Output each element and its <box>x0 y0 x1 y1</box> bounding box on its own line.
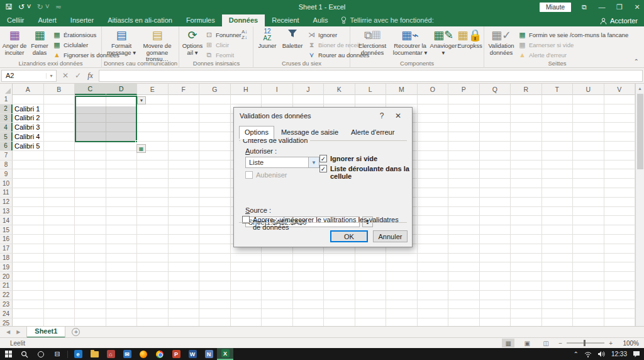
page-layout-view-icon[interactable]: ▣ <box>521 339 533 347</box>
grid-cell-E15[interactable] <box>137 225 169 234</box>
grid-cell-P15[interactable] <box>448 225 480 234</box>
grid-cell-V12[interactable] <box>604 198 636 206</box>
grid-cell-R21[interactable] <box>511 281 542 290</box>
grid-cell-P11[interactable] <box>448 188 480 197</box>
grid-cell-M20[interactable] <box>386 272 418 281</box>
grid-cell-D3[interactable] <box>106 114 138 123</box>
grid-cell-V2[interactable] <box>604 104 636 113</box>
taskbar-excel-icon[interactable]: X <box>217 348 233 360</box>
grid-cell-M19[interactable] <box>386 262 418 271</box>
name-box-dropdown-icon[interactable]: ▾ <box>46 73 56 79</box>
grid-cell-G11[interactable] <box>199 188 231 197</box>
show-hidden-icons-icon[interactable]: ⌃ <box>574 351 579 357</box>
row-header-23[interactable]: 23 <box>0 300 13 309</box>
column-header-L[interactable]: L <box>355 84 387 95</box>
grid-cell-P16[interactable] <box>448 235 480 244</box>
grid-cell-Q20[interactable] <box>480 272 511 281</box>
miaute-button[interactable]: Miaute <box>540 3 571 12</box>
allow-combobox[interactable]: Liste ▼ <box>245 157 319 168</box>
share-button[interactable]: Acctorter <box>600 17 638 25</box>
grid-cell-A7[interactable] <box>13 151 44 160</box>
grid-cell-T10[interactable] <box>542 179 574 188</box>
grid-cell-Q23[interactable] <box>480 300 511 309</box>
grid-cell-P20[interactable] <box>448 272 480 281</box>
grid-cell-D16[interactable] <box>106 235 138 244</box>
grid-cell-R23[interactable] <box>511 300 542 309</box>
grid-cell-C25[interactable] <box>75 318 106 326</box>
grid-cell-T21[interactable] <box>542 281 574 290</box>
grid-cell-A1[interactable] <box>13 95 44 104</box>
grid-cell-B18[interactable] <box>44 254 75 262</box>
grid-cell-P4[interactable] <box>448 123 480 132</box>
grid-cell-T12[interactable] <box>542 198 574 206</box>
restore-icon[interactable]: ❐ <box>615 3 624 11</box>
grid-cell-U12[interactable] <box>573 198 604 206</box>
scroll-up-icon[interactable]: ▲ <box>636 84 644 93</box>
grid-cell-A6[interactable]: Calibri 5 <box>13 142 44 150</box>
grid-cell-O18[interactable] <box>418 254 449 262</box>
grid-cell-A23[interactable] <box>13 300 44 309</box>
grid-cell-F15[interactable] <box>169 225 200 234</box>
ribbon-display-options-icon[interactable]: ⧉ <box>580 3 589 11</box>
row-header-21[interactable]: 21 <box>0 281 13 290</box>
grid-cell-T9[interactable] <box>542 169 574 178</box>
row-header-13[interactable]: 13 <box>0 207 13 216</box>
column-header-E[interactable]: E <box>137 84 169 95</box>
grid-cell-V25[interactable] <box>604 318 636 326</box>
grid-cell-B12[interactable] <box>44 198 75 206</box>
grid-cell-E8[interactable] <box>137 160 169 169</box>
apply-to-all-checkbox[interactable]: Agorre : uiméecorer le valitrations les … <box>242 216 406 231</box>
grid-cell-A22[interactable] <box>13 291 44 300</box>
volume-icon[interactable] <box>597 351 606 357</box>
grid-cell-H24[interactable] <box>231 309 262 318</box>
row-header-19[interactable]: 19 <box>0 262 13 271</box>
row-header-8[interactable]: 8 <box>0 160 13 169</box>
grid-cell-P2[interactable] <box>448 104 480 113</box>
in-cell-dropdown-checkbox[interactable]: ✓ Liste déroulante dans la cellule <box>319 165 413 180</box>
grid-cell-F2[interactable] <box>169 104 200 113</box>
grid-cell-H20[interactable] <box>231 272 262 281</box>
grid-cell-E21[interactable] <box>137 281 169 290</box>
grid-cell-O17[interactable] <box>418 244 449 253</box>
grid-cell-C21[interactable] <box>75 281 106 290</box>
grid-cell-T23[interactable] <box>542 300 574 309</box>
save-icon[interactable]: 🖫 <box>5 3 13 11</box>
minimize-icon[interactable]: — <box>597 3 606 11</box>
tab-accueil[interactable]: Autert <box>31 14 64 26</box>
grid-cell-R2[interactable] <box>511 104 542 113</box>
grid-cell-L21[interactable] <box>355 281 387 290</box>
grid-cell-O4[interactable] <box>418 123 449 132</box>
grid-cell-P3[interactable] <box>448 114 480 123</box>
grid-cell-C11[interactable] <box>75 188 106 197</box>
grid-cell-O15[interactable] <box>418 225 449 234</box>
grid-cell-F10[interactable] <box>169 179 200 188</box>
grid-cell-G25[interactable] <box>199 318 231 326</box>
grid-cell-F5[interactable] <box>169 132 200 141</box>
grid-cell-U23[interactable] <box>573 300 604 309</box>
grid-cell-G21[interactable] <box>199 281 231 290</box>
grid-cell-O20[interactable] <box>418 272 449 281</box>
grid-cell-A13[interactable] <box>13 207 44 216</box>
grid-cell-E11[interactable] <box>137 188 169 197</box>
sheet-tab-sheet1[interactable]: Sheet1 <box>26 327 65 338</box>
grid-cell-T24[interactable] <box>542 309 574 318</box>
grid-cell-H21[interactable] <box>231 281 262 290</box>
grid-cell-B15[interactable] <box>44 225 75 234</box>
grid-cell-O22[interactable] <box>418 291 449 300</box>
grid-cell-L18[interactable] <box>355 254 387 262</box>
grid-cell-B2[interactable] <box>44 104 75 113</box>
grid-cell-D1[interactable] <box>106 95 138 104</box>
grid-cell-C9[interactable] <box>75 169 106 178</box>
grid-cell-B25[interactable] <box>44 318 75 326</box>
grid-cell-R19[interactable] <box>511 262 542 271</box>
grid-cell-V21[interactable] <box>604 281 636 290</box>
grid-cell-D10[interactable] <box>106 179 138 188</box>
grid-cell-T7[interactable] <box>542 151 574 160</box>
grid-cell-B5[interactable] <box>44 132 75 141</box>
grid-cell-R5[interactable] <box>511 132 542 141</box>
grid-cell-G17[interactable] <box>199 244 231 253</box>
recent-sources-button[interactable]: ▦ Érationsious <box>53 30 96 40</box>
grid-cell-M22[interactable] <box>386 291 418 300</box>
grid-cell-C3[interactable] <box>75 114 106 123</box>
grid-cell-B24[interactable] <box>44 309 75 318</box>
